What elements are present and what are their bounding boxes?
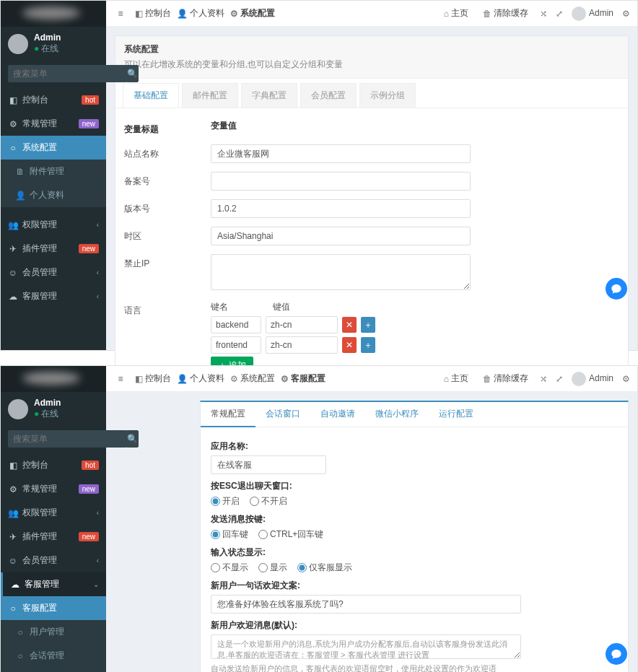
gear-icon: ⚙ — [230, 9, 238, 19]
home-link[interactable]: ⌂主页 — [444, 372, 468, 385]
bc-kefuconf[interactable]: ⚙客服配置 — [281, 372, 325, 385]
expand-icon[interactable]: ⤢ — [556, 9, 563, 19]
tab-basic[interactable]: 基础配置 — [123, 83, 179, 108]
sidebar-item-kefu[interactable]: ☁客服管理⌄ — [1, 572, 106, 596]
shuffle-icon[interactable]: ⤭ — [540, 374, 547, 384]
bc-sysconf[interactable]: ⚙系统配置 — [230, 372, 275, 385]
tab-miniapp[interactable]: 微信小程序 — [365, 402, 429, 427]
radio-esc-on[interactable]: 开启 — [211, 495, 240, 507]
search-input[interactable] — [8, 430, 126, 448]
tab-member[interactable]: 会员配置 — [300, 83, 357, 108]
input-timezone[interactable] — [211, 227, 471, 245]
sidebar-item-kefuconf[interactable]: ○客服配置 — [1, 596, 106, 620]
sidebar-search: 🔍 — [8, 430, 99, 448]
bc-profile[interactable]: 👤个人资料 — [177, 7, 224, 19]
sidebar-item-console[interactable]: ◧控制台hot — [1, 453, 106, 477]
topbar-user[interactable]: Admin — [572, 6, 613, 21]
sidebar-search: 🔍 — [8, 65, 99, 82]
menu-toggle-icon[interactable]: ≡ — [113, 9, 128, 19]
topbar-user[interactable]: Admin — [572, 372, 613, 386]
sidebar-item-sysconf[interactable]: ○系统配置 — [1, 136, 106, 160]
tab-general[interactable]: 常规配置 — [201, 402, 255, 427]
user-panel: Admin ● 在线 — [1, 392, 106, 426]
delete-button[interactable]: ✕ — [342, 337, 357, 353]
tab-invite[interactable]: 自动邀请 — [310, 402, 365, 427]
input-forbidip[interactable] — [211, 254, 471, 290]
add-button[interactable]: ＋ — [361, 337, 375, 353]
sidebar-item-profile[interactable]: 👤个人资料 — [1, 183, 106, 207]
lang-val-input[interactable] — [266, 336, 338, 354]
settings-icon[interactable]: ⚙ — [622, 9, 630, 19]
main: ≡ ◧控制台 👤个人资料 ⚙系统配置 ⚙客服配置 ⌂主页 🗑清除缓存 ⤭ ⤢ A… — [106, 366, 637, 672]
sidebar-item-general[interactable]: ⚙常规管理new — [1, 477, 106, 501]
sidebar-item-general[interactable]: ⚙常规管理new — [1, 112, 106, 136]
sidebar-item-auth[interactable]: 👥权限管理‹ — [1, 501, 106, 525]
trash-icon: 🗑 — [483, 374, 491, 384]
gear-icon: ⚙ — [281, 374, 289, 384]
sidebar-item-sessmgr[interactable]: ○会话管理 — [1, 644, 106, 668]
radio-send-ctrl[interactable]: CTRL+回车键 — [258, 528, 323, 541]
chat-float-icon[interactable] — [606, 643, 627, 665]
bc-console[interactable]: ◧控制台 — [135, 372, 171, 385]
gear-icon: ⚙ — [230, 374, 238, 384]
input-version[interactable] — [211, 199, 471, 218]
kefu-panel: 常规配置 会话窗口 自动邀请 微信小程序 运行配置 应用名称: 按ESC退出聊天… — [200, 401, 629, 672]
topbar: ≡ ◧控制台 👤个人资料 ⚙系统配置 ⌂主页 🗑清除缓存 ⤭ ⤢ Admin ⚙ — [106, 1, 637, 27]
add-button[interactable]: ＋ — [361, 317, 375, 333]
kefu-tabs: 常规配置 会话窗口 自动邀请 微信小程序 运行配置 — [201, 402, 628, 427]
sidebar-item-console[interactable]: ◧控制台hot — [1, 88, 106, 112]
lang-key-input[interactable] — [211, 336, 261, 354]
radio-typing-kefu[interactable]: 仅客服显示 — [297, 562, 352, 574]
tab-mail[interactable]: 邮件配置 — [182, 83, 238, 108]
bc-sysconf[interactable]: ⚙系统配置 — [230, 7, 275, 19]
user-name: Admin — [34, 32, 61, 43]
sidebar-item-attach[interactable]: 🗎附件管理 — [1, 160, 106, 183]
avatar-icon — [572, 6, 586, 21]
sidebar-item-plugin[interactable]: ✈插件管理new — [1, 237, 106, 261]
lang-key-input[interactable] — [211, 316, 261, 333]
input-appname[interactable] — [211, 455, 326, 474]
clearcache-link[interactable]: 🗑清除缓存 — [483, 7, 528, 19]
label-typing: 输入状态显示: — [211, 546, 618, 559]
sidebar-item-usermgr[interactable]: ○用户管理 — [1, 620, 106, 644]
tab-window[interactable]: 会话窗口 — [255, 402, 310, 427]
home-link[interactable]: ⌂主页 — [444, 7, 468, 19]
sidebar-item-plugin[interactable]: ✈插件管理new — [1, 525, 106, 549]
bc-profile[interactable]: 👤个人资料 — [177, 372, 224, 385]
tab-runtime[interactable]: 运行配置 — [429, 402, 484, 427]
bc-console[interactable]: ◧控制台 — [135, 7, 171, 19]
tab-sample[interactable]: 示例分组 — [359, 83, 416, 108]
input-sitename[interactable] — [211, 144, 471, 163]
search-input[interactable] — [8, 65, 126, 82]
menu-toggle-icon[interactable]: ≡ — [113, 374, 128, 384]
radio-typing-no[interactable]: 不显示 — [211, 562, 248, 574]
label-sendkey: 发送消息按键: — [211, 513, 618, 525]
expand-icon[interactable]: ⤢ — [556, 374, 563, 384]
chat-float-icon[interactable] — [606, 278, 627, 300]
sidebar-item-member[interactable]: ☺会员管理‹ — [1, 549, 106, 572]
label-sitename: 站点名称 — [124, 144, 211, 160]
search-button[interactable]: 🔍 — [126, 65, 139, 82]
sidebar-item-auth[interactable]: 👥权限管理‹ — [1, 213, 106, 237]
lang-val-input[interactable] — [266, 316, 338, 333]
delete-button[interactable]: ✕ — [342, 317, 357, 333]
radio-esc-off[interactable]: 不开启 — [250, 495, 287, 507]
search-button[interactable]: 🔍 — [126, 430, 139, 448]
col-title: 变量标题 — [124, 120, 211, 136]
sidebar-item-member[interactable]: ☺会员管理‹ — [1, 261, 106, 284]
shuffle-icon[interactable]: ⤭ — [540, 9, 547, 19]
radio-send-enter[interactable]: 回车键 — [211, 528, 248, 541]
input-welcome2[interactable]: 这是一个欢迎新用户的消息,系统为用户成功分配客服后,自动以该客服身份发送此消息.… — [211, 634, 521, 659]
input-beian[interactable] — [211, 172, 471, 191]
input-welcome[interactable] — [211, 595, 521, 614]
sidebar-item-kefu[interactable]: ☁客服管理‹ — [1, 284, 106, 308]
user-name: Admin — [34, 398, 61, 408]
radio-typing-yes[interactable]: 显示 — [258, 562, 287, 574]
settings-icon[interactable]: ⚙ — [622, 374, 630, 384]
clearcache-link[interactable]: 🗑清除缓存 — [483, 372, 528, 385]
badge-new: new — [79, 119, 99, 128]
tab-dict[interactable]: 字典配置 — [241, 83, 297, 108]
sidebar-item-kbmgr[interactable]: ○知识库管理 — [1, 668, 106, 672]
sidebar: Admin ● 在线 🔍 ◧控制台hot ⚙常规管理new 👥权限管理‹ ✈插件… — [1, 366, 106, 672]
sidebar: Admin ● 在线 🔍 ◧控制台hot ⚙常规管理new ○系统配置 🗎附件管… — [1, 1, 106, 350]
